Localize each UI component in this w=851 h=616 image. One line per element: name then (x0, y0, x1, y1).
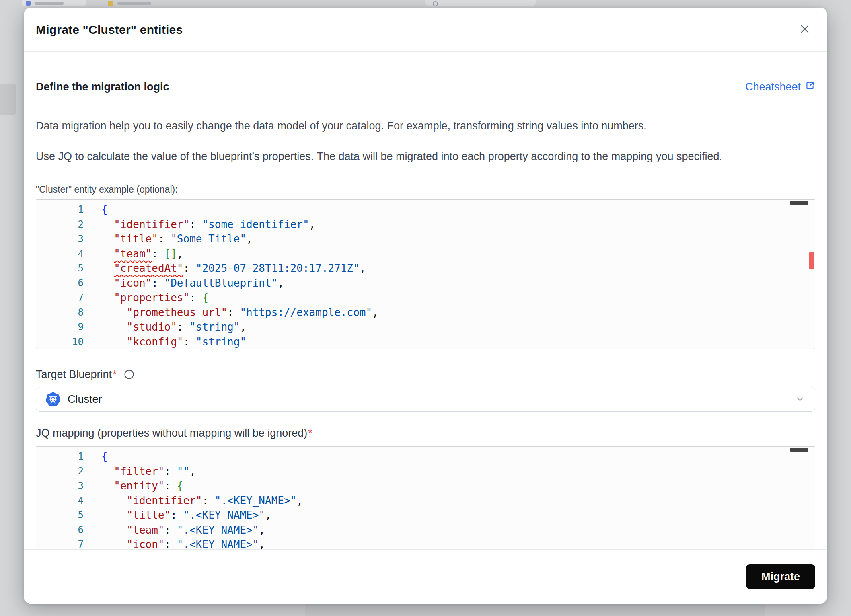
code-line-text: "title": ".<KEY_NAME>", (95, 508, 271, 523)
background-tab-text (117, 2, 151, 5)
code-line: 3 "entity": { (36, 478, 815, 493)
migrate-entities-modal: Migrate "Cluster" entities Define the mi… (24, 8, 827, 604)
line-number: 3 (36, 232, 95, 246)
code-line-text: "properties": { (95, 290, 208, 305)
line-number: 10 (36, 335, 95, 349)
target-blueprint-value: Cluster (68, 393, 795, 406)
code-line-text: "identifier": "some_identifier", (95, 217, 315, 232)
code-line-text: "identifier": ".<KEY_NAME>", (95, 493, 303, 508)
code-line: 3 "title": "Some Title", (36, 232, 815, 246)
line-number: 3 (36, 478, 95, 493)
code-line: 1{ (36, 449, 815, 464)
line-number: 6 (36, 276, 95, 291)
code-line-text: { (95, 202, 108, 217)
modal-body: Define the migration logic Cheatsheet Da… (24, 52, 827, 549)
line-number: 4 (36, 493, 95, 508)
code-line-text: "team": [], (95, 246, 183, 261)
background-side-panel (0, 84, 16, 115)
entity-example-editor[interactable]: 1{2 "identifier": "some_identifier",3 "t… (36, 199, 815, 349)
line-number: 2 (36, 217, 95, 232)
code-line-text: "icon": ".<KEY_NAME>", (95, 537, 265, 549)
code-line-text: "icon": "DefaultBlueprint", (95, 276, 284, 291)
code-line-text: "entity": { (95, 478, 183, 493)
code-line-text: "prometheus_url": "https://example.com", (95, 305, 378, 320)
background-app-logo-icon (26, 1, 31, 6)
cheatsheet-label: Cheatsheet (745, 81, 801, 93)
description-paragraph-1: Data migration help you to easily change… (36, 118, 815, 133)
line-number: 1 (36, 202, 95, 217)
chevron-down-icon (795, 394, 805, 405)
close-button[interactable] (796, 20, 814, 39)
jq-mapping-label-row: JQ mapping (properties without mapping w… (36, 426, 815, 440)
background-tab-text (35, 2, 64, 5)
code-line: 7 "icon": ".<KEY_NAME>", (36, 537, 815, 549)
line-number: 7 (36, 290, 95, 305)
line-number: 5 (36, 508, 95, 523)
code-line-text: "title": "Some Title", (95, 232, 253, 246)
code-line-text: "team": ".<KEY_NAME>", (95, 523, 265, 538)
target-blueprint-label: Target Blueprint (36, 368, 112, 381)
info-icon[interactable] (123, 369, 135, 380)
line-number: 6 (36, 523, 95, 538)
line-number: 8 (36, 305, 95, 320)
code-line: 8 "prometheus_url": "https://example.com… (36, 305, 815, 320)
code-line-text: "kconfig": "string" (95, 335, 246, 349)
divider (36, 106, 815, 106)
code-line: 4 "team": [], (36, 246, 815, 261)
code-line: 2 "filter": "", (36, 464, 815, 479)
migrate-button[interactable]: Migrate (746, 564, 815, 589)
background-content (305, 604, 765, 616)
background-star-icon (108, 1, 113, 6)
modal-header: Migrate "Cluster" entities (24, 8, 827, 52)
search-icon (433, 1, 438, 6)
code-line: 6 "icon": "DefaultBlueprint", (36, 276, 815, 291)
code-line-text: "createdAt": "2025-07-28T11:20:17.271Z", (95, 261, 366, 276)
target-blueprint-label-row: Target Blueprint* (36, 368, 815, 381)
code-line: 1{ (36, 202, 815, 217)
line-number: 7 (36, 537, 95, 549)
entity-example-label: "Cluster" entity example (optional): (36, 183, 815, 195)
line-number: 4 (36, 246, 95, 261)
code-line: 5 "title": ".<KEY_NAME>", (36, 508, 815, 523)
code-line: 10 "kconfig": "string" (36, 335, 815, 349)
cheatsheet-link[interactable]: Cheatsheet (745, 80, 815, 94)
code-line: 4 "identifier": ".<KEY_NAME>", (36, 493, 815, 508)
jq-mapping-editor[interactable]: 1{2 "filter": "",3 "entity": {4 "identif… (36, 446, 815, 549)
code-line: 2 "identifier": "some_identifier", (36, 217, 815, 232)
close-icon (798, 23, 811, 37)
code-line-text: "studio": "string", (95, 320, 246, 335)
section-heading: Define the migration logic (36, 81, 169, 93)
code-line: 7 "properties": { (36, 290, 815, 305)
code-line-text: { (95, 449, 108, 464)
section-header-row: Define the migration logic Cheatsheet (36, 80, 815, 94)
target-blueprint-select[interactable]: Cluster (36, 387, 815, 412)
code-line: 9 "studio": "string", (36, 320, 815, 335)
kubernetes-icon (46, 392, 60, 407)
code-line: 5 "createdAt": "2025-07-28T11:20:17.271Z… (36, 261, 815, 276)
external-link-icon (805, 80, 815, 94)
required-asterisk: * (113, 368, 117, 381)
required-asterisk: * (308, 427, 312, 439)
modal-footer: Migrate (24, 549, 827, 604)
line-number: 1 (36, 449, 95, 464)
background-search-bar (426, 0, 536, 6)
code-line-text: "filter": "", (95, 464, 196, 479)
line-number: 2 (36, 464, 95, 479)
description-paragraph-2: Use JQ to calculate the value of the blu… (36, 149, 815, 164)
jq-mapping-label: JQ mapping (properties without mapping w… (36, 427, 307, 439)
line-number: 5 (36, 261, 95, 276)
line-number: 9 (36, 320, 95, 335)
code-line: 6 "team": ".<KEY_NAME>", (36, 523, 815, 538)
modal-title: Migrate "Cluster" entities (36, 23, 183, 37)
